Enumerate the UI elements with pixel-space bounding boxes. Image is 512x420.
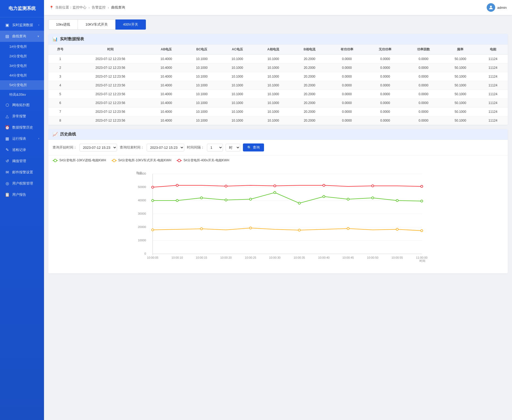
table-cell: 0.0000: [404, 90, 443, 99]
table-cell: 20.2000: [291, 72, 328, 81]
x-tick-1: 10:00:10: [171, 256, 183, 259]
realtime-section-header: 📊 实时数据报表: [48, 34, 508, 45]
table-cell: 2023-07-12 12:23:56: [72, 116, 149, 125]
arrow-operation: ›: [38, 137, 39, 140]
table-cell: 20.2000: [291, 81, 328, 90]
breadcrumb: 📍 当前位置： 监控中心 › 告警监控 › 曲线查询: [49, 5, 125, 10]
tab-10kv-in[interactable]: 10kv进线: [48, 19, 78, 30]
table-cell: 2023-07-12 12:23:56: [72, 81, 149, 90]
app-title: 电力监测系统: [9, 6, 36, 11]
table-cell: 10.4000: [149, 107, 184, 116]
th-ia: A相电流: [255, 45, 291, 55]
legend-label-green: 5#分变电所-10KV进线-电能KWH: [59, 158, 106, 163]
table-cell: 0.0000: [404, 107, 443, 116]
x-tick-10: 10:00:55: [391, 256, 403, 259]
query-end-select[interactable]: 2023-07-12 15:23: [147, 144, 184, 151]
sidebar-item-patrol[interactable]: ✎ 巡检记录: [0, 144, 44, 155]
tab-400v-switch[interactable]: 400V开关: [115, 19, 146, 30]
sidebar-item-network[interactable]: ⬡ 网络拓扑图: [0, 99, 44, 111]
chart-dot-red-5: [274, 185, 276, 187]
chart-dot-green-2: [201, 197, 203, 199]
main-area: 📍 当前位置： 监控中心 › 告警监控 › 曲线查询 admin 10kv进线 …: [44, 0, 512, 420]
sidebar-item-threshold[interactable]: ↺ 阈值管理: [0, 155, 44, 167]
table-cell: 10.1000: [219, 55, 255, 63]
sidebar-sub-item-6[interactable]: 特高&35kv: [0, 90, 44, 99]
x-tick-4: 10:00:25: [245, 256, 256, 259]
sidebar-sub-item-4[interactable]: 4#分变电所: [0, 71, 44, 80]
chart-dot-green-9: [372, 197, 374, 199]
table-row: 62023-07-12 12:23:5610.400010.100010.100…: [48, 99, 508, 107]
sidebar-item-anomaly[interactable]: △ 异常报警: [0, 111, 44, 122]
table-cell: 10.1000: [184, 116, 219, 125]
y-tick-60k: 60000: [138, 172, 146, 175]
chart-dot-green-8: [347, 198, 349, 200]
table-cell: 10.1000: [255, 90, 291, 99]
sidebar-item-permission[interactable]: ◎ 用户权限管理: [0, 178, 44, 189]
y-tick-40k: 40000: [138, 199, 146, 202]
table-cell: 10.1000: [255, 116, 291, 125]
breadcrumb-item-3: 曲线查询: [111, 5, 125, 10]
interval-unit-select[interactable]: 时: [226, 144, 240, 151]
search-icon: 🔍: [247, 146, 251, 150]
sub-item-label-2: 2#分变电所: [9, 54, 27, 58]
legend-item-red: 5#分变电所-400v开关-电能KWH: [177, 158, 229, 163]
interval-value-select[interactable]: 1: [207, 144, 223, 151]
chart-dot-red-3: [225, 185, 227, 187]
sidebar-item-label-email: 邮件报警设置: [12, 170, 33, 175]
table-row: 12023-07-12 12:23:5610.400010.100010.100…: [48, 55, 508, 63]
chart-dot-red-9: [372, 185, 374, 187]
sidebar-item-realtime[interactable]: ▣ 实时监测数据 ›: [0, 19, 44, 31]
svg-point-0: [490, 6, 492, 7]
tab-10kv-switch[interactable]: 10KV车式开关: [78, 19, 115, 30]
chevron-right-icon: ›: [38, 23, 39, 26]
header: 📍 当前位置： 监控中心 › 告警监控 › 曲线查询 admin: [44, 0, 512, 15]
sidebar-item-label-patrol: 巡检记录: [12, 147, 26, 152]
th-freq: 频率: [443, 45, 478, 55]
table-body: 12023-07-12 12:23:5610.400010.100010.100…: [48, 55, 508, 125]
table-cell: 0.0000: [366, 107, 405, 116]
sidebar-item-curve[interactable]: ▤ 曲线查询 ∨: [0, 31, 44, 42]
sidebar-nav: ▣ 实时监测数据 › ▤ 曲线查询 ∨ 1#分变电所 2#分变电所 3#分变电所…: [0, 17, 44, 420]
table-cell: 10.1000: [184, 72, 219, 81]
table-cell: 3: [48, 72, 72, 81]
legend-dot-red: [177, 160, 182, 161]
chart-icon: 📈: [53, 132, 58, 137]
query-button[interactable]: 🔍 查询: [243, 143, 264, 151]
interval-label: 时间间隔：: [187, 145, 204, 150]
sidebar-sub-item-5[interactable]: 5#分变电所: [0, 80, 44, 90]
table-cell: 10.4000: [149, 99, 184, 107]
table-cell: 6: [48, 99, 72, 107]
tab-bar: 10kv进线 10KV车式开关 400V开关: [48, 19, 508, 30]
threshold-icon: ↺: [5, 159, 10, 163]
table-cell: 11124: [478, 81, 508, 90]
chart-dot-green-5: [274, 191, 276, 194]
app-logo: 电力监测系统: [0, 0, 44, 17]
realtime-section-title: 实时数据报表: [60, 37, 84, 42]
table-cell: 10.1000: [219, 63, 255, 72]
table-cell: 10.1000: [184, 107, 219, 116]
breadcrumb-prefix: 当前位置：: [55, 5, 73, 10]
sidebar-sub-item-1[interactable]: 1#分变电所: [0, 42, 44, 51]
y-tick-20k: 20000: [138, 225, 146, 229]
table-icon: 📊: [53, 37, 58, 42]
th-q: 无功功率: [366, 45, 405, 55]
table-row: 32023-07-12 12:23:5610.400010.100010.100…: [48, 72, 508, 81]
table-cell: 7: [48, 107, 72, 116]
realtime-icon: ▣: [5, 23, 10, 27]
sidebar-item-history[interactable]: ⏰ 数据报警历史: [0, 122, 44, 133]
sidebar-item-userreport[interactable]: 📋 用户报告: [0, 189, 44, 200]
x-tick-3: 10:00:20: [220, 256, 232, 259]
table-cell: 0.0000: [366, 99, 405, 107]
sidebar-sub-item-3[interactable]: 3#分变电所: [0, 61, 44, 71]
table-cell: 50.1000: [443, 90, 478, 99]
table-cell: 10.4000: [149, 55, 184, 63]
sidebar-item-operation[interactable]: ▦ 运行报表 ›: [0, 133, 44, 144]
sidebar-sub-item-2[interactable]: 2#分变电所: [0, 51, 44, 61]
sidebar: 电力监测系统 ▣ 实时监测数据 › ▤ 曲线查询 ∨ 1#分变电所 2#分变电所…: [0, 0, 44, 420]
table-cell: 0.0000: [404, 116, 443, 125]
chart-dot-orange-10: [396, 228, 398, 230]
sidebar-item-email[interactable]: ✉ 邮件报警设置: [0, 167, 44, 178]
sidebar-item-label-anomaly: 异常报警: [12, 114, 26, 119]
query-start-select[interactable]: 2023-07-12 15:23: [79, 144, 117, 151]
table-cell: 0.0000: [328, 63, 366, 72]
